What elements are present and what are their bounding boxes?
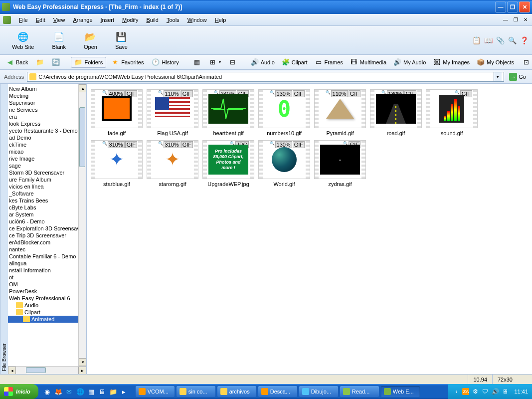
back-button[interactable]: ◀ Back (3, 57, 31, 67)
maximize-button[interactable]: ❐ (507, 1, 518, 12)
view-button-1[interactable]: ▦ (190, 57, 204, 67)
tree-item-audio[interactable]: Audio (8, 302, 78, 309)
scroll-down-button[interactable]: ▾ (79, 358, 86, 366)
address-input[interactable] (38, 74, 492, 80)
thumbnail-starorng-gif[interactable]: 🔍310%GIF ✦ starorng.gif (146, 140, 199, 187)
ql-icon-2[interactable]: 🦊 (53, 387, 63, 397)
refresh-button[interactable]: 🔄 (49, 57, 63, 67)
tool-icon-2[interactable]: 📖 (483, 35, 493, 45)
scroll-left-button[interactable]: ◂ (8, 367, 16, 374)
tree-item[interactable]: Supervisor (8, 99, 78, 106)
start-button[interactable]: Inicio (0, 384, 38, 399)
close-button[interactable]: ✕ (519, 1, 530, 12)
tree-item[interactable]: kes Trains Bees (8, 197, 78, 204)
tree-item[interactable]: ar System (8, 211, 78, 218)
tree-item[interactable]: alingua (8, 260, 78, 267)
task-button[interactable]: Read... (340, 386, 379, 398)
tree-item[interactable]: cByte Labs (8, 204, 78, 211)
menu-arrange[interactable]: Arrange (69, 16, 96, 24)
tool-icon-3[interactable]: 📎 (495, 35, 505, 45)
tree-item[interactable]: ce Trip 3D Screensaver (8, 232, 78, 239)
menu-help[interactable]: Help (211, 16, 230, 24)
tree-item[interactable]: Meeting (8, 92, 78, 99)
nav-clipart[interactable]: 🧩Clipart (279, 57, 311, 67)
tray-icon-5[interactable]: 🖥 (501, 388, 509, 396)
ql-icon-7[interactable]: 📁 (108, 387, 118, 397)
tree-item[interactable]: New Album (8, 85, 78, 92)
tree-item-animated[interactable]: Animated (8, 316, 78, 323)
thumbnail-numbers10-gif[interactable]: 🔍130%GIF 0 numbers10.gif (257, 89, 311, 136)
scroll-track[interactable] (79, 92, 86, 358)
tree-item[interactable]: OM (8, 281, 78, 288)
open-button[interactable]: 📂Open (75, 29, 106, 52)
nav-my-images[interactable]: 🖼My Images (430, 57, 473, 67)
tree-item[interactable]: Web Easy Professional 6 (8, 295, 78, 302)
thumbnail-Flag USA-gif[interactable]: 🔍110%GIF Flag USA.gif (146, 89, 199, 136)
tray-icon-3[interactable]: 🛡 (481, 388, 489, 396)
scroll-thumb[interactable] (26, 367, 46, 373)
menu-file[interactable]: File (15, 16, 32, 24)
menu-modify[interactable]: Modify (118, 16, 142, 24)
favorites-button[interactable]: ★ Favorites (108, 57, 147, 67)
menu-view[interactable]: View (49, 16, 69, 24)
task-button[interactable]: Dibujo... (299, 386, 339, 398)
thumbnail-road-gif[interactable]: 🔍130%GIF road.gif (369, 89, 423, 136)
nav-multimedia[interactable]: 🎞Multimedia (347, 57, 389, 67)
ql-icon-5[interactable]: ▦ (86, 387, 96, 397)
tree-item[interactable]: Contable Familiar 6 - Demo (8, 253, 78, 260)
tree-item[interactable]: PowerDesk (8, 288, 78, 295)
ql-icon-6[interactable]: 🖥 (97, 387, 107, 397)
save-button[interactable]: 💾Save (106, 29, 137, 52)
tree-item[interactable]: ne Services (8, 106, 78, 113)
tool-icon-4[interactable]: 🔍 (507, 35, 517, 45)
address-dropdown[interactable]: ▾ (494, 72, 502, 81)
task-button[interactable]: Web E... (380, 386, 420, 398)
scroll-up-button[interactable]: ▴ (79, 84, 86, 92)
thumbnail-sound-gif[interactable]: 🔍GIF sound.gif (425, 89, 479, 136)
tray-icon-2[interactable]: ⚙ (471, 388, 479, 396)
tree-item[interactable]: vicios en línea (8, 183, 78, 190)
tree-item[interactable]: ot (8, 274, 78, 281)
ql-icon-3[interactable]: ✉ (64, 387, 74, 397)
tool-icon-1[interactable]: 📋 (471, 35, 481, 45)
tree-item[interactable]: era (8, 113, 78, 120)
menu-window[interactable]: Window (183, 16, 211, 24)
task-button[interactable]: sin co... (176, 386, 216, 398)
tree-item[interactable]: ure Family Album (8, 176, 78, 183)
task-button[interactable]: archivos (217, 386, 257, 398)
mdi-close-button[interactable]: ✕ (522, 16, 529, 23)
thumbnail-heartbeat-gif[interactable]: 🔍240%GIF heartbeat.gif (201, 89, 255, 136)
tree-item-clipart[interactable]: Clipart (8, 309, 78, 316)
menu-tools[interactable]: Tools (163, 16, 183, 24)
ql-icon-4[interactable]: 🌐 (75, 387, 85, 397)
ql-icon-1[interactable]: ◉ (42, 387, 52, 397)
minimize-button[interactable]: — (495, 1, 506, 12)
tree-item[interactable]: look Express (8, 120, 78, 127)
thumbnail-starblue-gif[interactable]: 🔍310%GIF ✦ starblue.gif (90, 140, 144, 187)
vertical-scrollbar[interactable]: ▴ ▾ (78, 84, 86, 366)
scroll-thumb[interactable] (79, 107, 85, 167)
view-button-3[interactable]: ⊟ (226, 57, 240, 67)
blank-button[interactable]: 📄Blank (43, 29, 75, 52)
view-button-2[interactable]: ⊞▾ (206, 57, 224, 67)
file-browser-tab[interactable]: File Browser (0, 84, 8, 374)
tree-item[interactable]: sage (8, 162, 78, 169)
history-button[interactable]: 🕐 History (149, 57, 181, 67)
web-site-button[interactable]: 🌐Web Site (3, 29, 43, 52)
tree-item[interactable]: _Software (8, 190, 78, 197)
tree-item[interactable]: ce Exploration 3D Screensave (8, 225, 78, 232)
menu-build[interactable]: Build (142, 16, 162, 24)
folders-button[interactable]: 📁 Folders (71, 57, 106, 68)
menu-edit[interactable]: Edit (32, 16, 49, 24)
tree-item[interactable]: nantec (8, 246, 78, 253)
tree-item[interactable]: yecto Restaurante 3 - Demo (8, 127, 78, 134)
up-button[interactable]: 📁 (33, 57, 47, 67)
thumbnail-zydras-gif[interactable]: 🔍GIF zydras.gif (313, 140, 367, 187)
mdi-restore-button[interactable]: ❐ (512, 16, 519, 23)
thumbnail-fade-gif[interactable]: 🔍400%GIF fade.gif (90, 89, 144, 136)
thumbnail-World-gif[interactable]: 🔍130%GIF World.gif (257, 140, 311, 187)
go-button[interactable]: → Go (507, 72, 528, 82)
task-button[interactable]: VCOM... (135, 386, 175, 398)
nav-my-objects[interactable]: 📦My Objects (474, 57, 517, 67)
help-icon[interactable]: ❓ (519, 35, 529, 45)
